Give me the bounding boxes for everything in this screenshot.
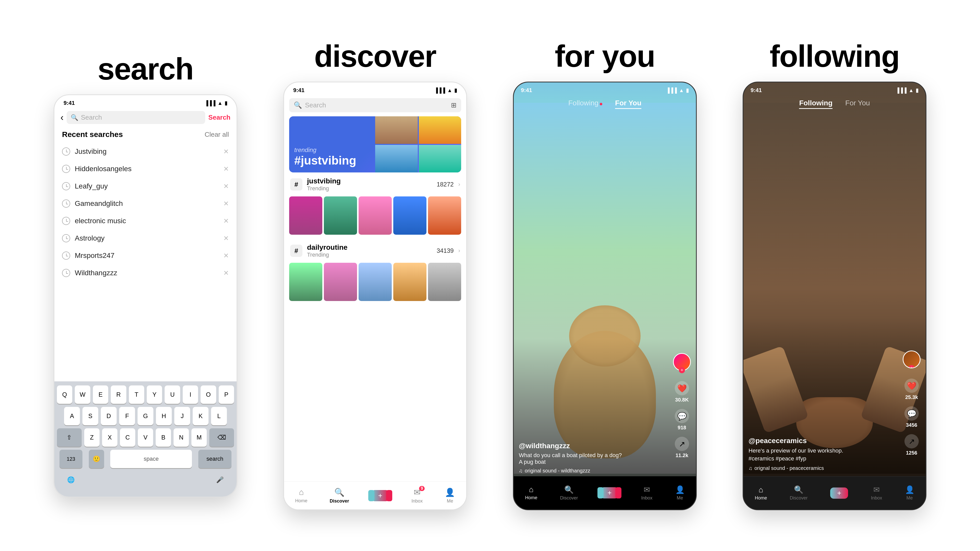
nav-discover[interactable]: 🔍 Discover	[330, 487, 349, 504]
discover-time: 9:41	[293, 87, 304, 94]
back-button[interactable]: ‹	[60, 112, 64, 123]
home-icon: ⌂	[759, 486, 763, 494]
nav-inbox[interactable]: ✉ Inbox	[871, 485, 882, 501]
search-item[interactable]: electronic music ✕	[54, 212, 237, 230]
foryou-tab[interactable]: For You	[845, 99, 870, 109]
following-username[interactable]: @peaceceramics	[749, 437, 903, 445]
nav-discover[interactable]: 🔍 Discover	[560, 485, 578, 501]
key-search-action[interactable]: search	[198, 450, 231, 468]
key-p[interactable]: P	[219, 386, 234, 404]
nav-create[interactable]: +	[371, 490, 389, 501]
nav-home[interactable]: ⌂ Home	[755, 486, 767, 501]
comment-action[interactable]: 💬 918	[675, 409, 689, 430]
nav-me[interactable]: 👤 Me	[905, 485, 915, 501]
key-m[interactable]: M	[191, 428, 207, 447]
search-item[interactable]: Wildthangzzz ✕	[54, 264, 237, 282]
key-mic[interactable]: 🎤	[213, 471, 226, 489]
key-u[interactable]: U	[165, 386, 180, 404]
search-item-text: Gameandglitch	[75, 200, 219, 208]
search-item[interactable]: Mrsports247 ✕	[54, 247, 237, 264]
trending-banner[interactable]: trending #justvibing	[289, 116, 461, 172]
key-globe[interactable]: 🌐	[65, 471, 77, 489]
remove-item-button[interactable]: ✕	[223, 200, 229, 208]
nav-inbox[interactable]: ✉ Inbox	[641, 485, 652, 501]
remove-item-button[interactable]: ✕	[223, 234, 229, 242]
key-r[interactable]: R	[111, 386, 126, 404]
search-input-wrap[interactable]: 🔍 Search	[67, 111, 205, 124]
key-b[interactable]: B	[156, 428, 171, 447]
foryou-tab-active[interactable]: For You	[615, 99, 641, 109]
wifi-icon: ▲	[218, 100, 223, 106]
key-q[interactable]: Q	[57, 386, 72, 404]
expand-icon[interactable]: ⊞	[451, 101, 457, 109]
key-a[interactable]: A	[64, 407, 80, 425]
key-j[interactable]: J	[174, 407, 190, 425]
comment-action[interactable]: 💬 3456	[904, 407, 919, 428]
remove-item-button[interactable]: ✕	[223, 252, 229, 260]
following-tab-active[interactable]: Following	[799, 99, 832, 109]
creator-avatar[interactable]	[673, 353, 691, 371]
search-item[interactable]: Gameandglitch ✕	[54, 195, 237, 212]
nav-inbox[interactable]: ✉ 9 Inbox	[411, 487, 423, 504]
key-shift[interactable]: ⇧	[57, 428, 82, 447]
share-action[interactable]: ↗ 11.2k	[675, 437, 689, 458]
key-w[interactable]: W	[75, 386, 90, 404]
key-c[interactable]: C	[120, 428, 135, 447]
remove-item-button[interactable]: ✕	[223, 269, 229, 277]
create-icon[interactable]: +	[830, 487, 848, 499]
search-item[interactable]: Astrology ✕	[54, 230, 237, 247]
following-tab[interactable]: Following	[568, 99, 602, 109]
key-t[interactable]: T	[129, 386, 144, 404]
key-y[interactable]: Y	[147, 386, 162, 404]
nav-me[interactable]: 👤 Me	[675, 485, 685, 501]
key-d[interactable]: D	[101, 407, 117, 425]
key-emoji[interactable]: 🙂	[89, 450, 104, 468]
key-123[interactable]: 123	[59, 450, 83, 468]
search-item[interactable]: Justvibing ✕	[54, 143, 237, 160]
search-item[interactable]: Leafy_guy ✕	[54, 178, 237, 195]
search-button[interactable]: Search	[208, 114, 231, 121]
key-g[interactable]: G	[138, 407, 153, 425]
remove-item-button[interactable]: ✕	[223, 217, 229, 225]
key-x[interactable]: X	[102, 428, 118, 447]
nav-discover[interactable]: 🔍 Discover	[790, 485, 808, 501]
share-action[interactable]: ↗ 1256	[904, 434, 919, 456]
key-l[interactable]: L	[211, 407, 227, 425]
create-icon[interactable]: +	[600, 487, 618, 499]
remove-item-button[interactable]: ✕	[223, 148, 229, 156]
like-action[interactable]: ❤️ 25.3k	[904, 379, 919, 400]
search-item[interactable]: Hiddenlosangeles ✕	[54, 160, 237, 178]
like-action[interactable]: ❤️ 30.8K	[675, 381, 689, 403]
key-n[interactable]: N	[173, 428, 189, 447]
key-space[interactable]: space	[110, 450, 192, 468]
key-f[interactable]: F	[119, 407, 135, 425]
create-icon[interactable]: +	[371, 490, 389, 501]
foryou-status-icons: ▐▐▐ ▲ ▮	[666, 87, 689, 94]
key-v[interactable]: V	[138, 428, 153, 447]
key-k[interactable]: K	[192, 407, 208, 425]
discover-search-bar[interactable]: 🔍 Search ⊞	[289, 98, 461, 112]
trend-row-justvibing[interactable]: # justvibing Trending 18272 ›	[284, 172, 466, 197]
page-container: search 9:41 ▐▐▐ ▲ ▮ ‹ 🔍 Search Search	[0, 0, 980, 551]
search-input[interactable]: Search	[81, 114, 102, 121]
nav-home[interactable]: ⌂ Home	[295, 487, 307, 503]
nav-create[interactable]: +	[830, 487, 848, 499]
remove-item-button[interactable]: ✕	[223, 165, 229, 173]
keyboard: Q W E R T Y U I O P A S D F G H	[54, 381, 237, 497]
key-o[interactable]: O	[200, 386, 216, 404]
key-i[interactable]: I	[183, 386, 198, 404]
foryou-username[interactable]: @wildthangzzz	[519, 442, 673, 450]
key-h[interactable]: H	[156, 407, 172, 425]
clear-all-button[interactable]: Clear all	[205, 130, 229, 138]
key-backspace[interactable]: ⌫	[209, 428, 234, 447]
remove-item-button[interactable]: ✕	[223, 183, 229, 190]
trend-row-dailyroutine[interactable]: # dailyroutine Trending 34139 ›	[284, 239, 466, 263]
key-e[interactable]: E	[93, 386, 108, 404]
nav-create[interactable]: +	[600, 487, 618, 499]
discover-search-input[interactable]: Search	[305, 101, 448, 109]
creator-avatar[interactable]	[903, 351, 921, 368]
key-s[interactable]: S	[83, 407, 98, 425]
nav-home[interactable]: ⌂ Home	[525, 485, 537, 500]
key-z[interactable]: Z	[84, 428, 100, 447]
nav-me[interactable]: 👤 Me	[445, 487, 455, 504]
